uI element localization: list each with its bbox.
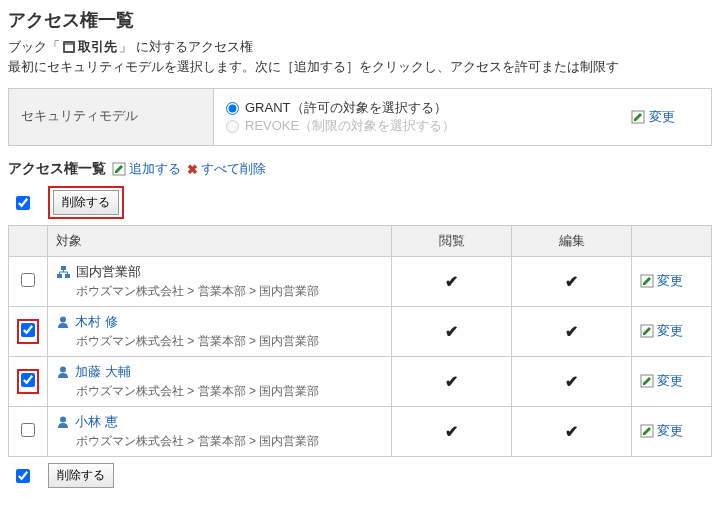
- security-model-panel: セキュリティモデル GRANT（許可の対象を選択する） REVOKE（制限の対象…: [8, 88, 712, 146]
- edit-icon: [640, 324, 654, 338]
- row-edit-cell: ✔: [512, 307, 632, 357]
- change-label: 変更: [657, 322, 683, 340]
- col-target: 対象: [48, 226, 392, 257]
- book-icon: [62, 40, 76, 54]
- check-icon: ✔: [445, 273, 458, 290]
- svg-rect-7: [65, 274, 70, 278]
- bulk-top-checkbox[interactable]: [16, 196, 30, 210]
- target-link[interactable]: 加藤 大輔: [56, 363, 383, 381]
- target-name: 国内営業部: [56, 263, 383, 281]
- user-icon: [56, 415, 70, 429]
- col-change: [632, 226, 712, 257]
- row-checkbox-cell: [9, 407, 48, 457]
- add-icon: [112, 162, 126, 176]
- row-view-cell: ✔: [392, 257, 512, 307]
- row-checkbox-highlight: [17, 319, 39, 344]
- permissions-table: 対象 閲覧 編集 国内営業部ボウズマン株式会社 > 営業本部 > 国内営業部✔✔…: [8, 225, 712, 457]
- row-change-cell: 変更: [632, 257, 712, 307]
- target-breadcrumb: ボウズマン株式会社 > 営業本部 > 国内営業部: [56, 433, 383, 450]
- list-heading: アクセス権一覧: [8, 160, 106, 178]
- row-change-link[interactable]: 変更: [640, 322, 683, 340]
- add-link[interactable]: 追加する: [112, 160, 181, 178]
- change-label: 変更: [649, 108, 675, 126]
- revoke-option[interactable]: REVOKE（制限の対象を選択する）: [226, 117, 619, 135]
- row-edit-cell: ✔: [512, 407, 632, 457]
- subhead-pre: ブック「: [8, 38, 60, 56]
- change-label: 変更: [657, 272, 683, 290]
- grant-option[interactable]: GRANT（許可の対象を選択する）: [226, 99, 619, 117]
- user-icon: [56, 315, 70, 329]
- row-checkbox[interactable]: [21, 323, 35, 337]
- bulk-delete-bottom-button[interactable]: 削除する: [48, 463, 114, 488]
- row-checkbox[interactable]: [21, 423, 35, 437]
- page-title: アクセス権一覧: [8, 8, 712, 32]
- bulk-delete-top-button[interactable]: 削除する: [53, 190, 119, 215]
- check-icon: ✔: [565, 323, 578, 340]
- edit-icon: [640, 424, 654, 438]
- grant-radio[interactable]: [226, 102, 239, 115]
- check-icon: ✔: [565, 423, 578, 440]
- row-change-link[interactable]: 変更: [640, 272, 683, 290]
- grant-label: GRANT（許可の対象を選択する）: [245, 99, 447, 117]
- check-icon: ✔: [565, 373, 578, 390]
- bulk-delete-highlight-top: 削除する: [48, 186, 124, 219]
- user-icon: [56, 365, 70, 379]
- change-label: 変更: [657, 372, 683, 390]
- svg-point-11: [60, 367, 66, 373]
- target-link[interactable]: 小林 恵: [56, 413, 383, 431]
- edit-icon: [640, 374, 654, 388]
- row-change-cell: 変更: [632, 407, 712, 457]
- row-change-cell: 変更: [632, 307, 712, 357]
- row-checkbox[interactable]: [21, 373, 35, 387]
- row-change-link[interactable]: 変更: [640, 372, 683, 390]
- list-heading-row: アクセス権一覧 追加する ✖ すべて削除: [8, 160, 712, 178]
- row-target-cell: 木村 修ボウズマン株式会社 > 営業本部 > 国内営業部: [48, 307, 392, 357]
- row-change-link[interactable]: 変更: [640, 422, 683, 440]
- row-view-cell: ✔: [392, 357, 512, 407]
- security-model-label: セキュリティモデル: [9, 89, 214, 145]
- target-link[interactable]: 木村 修: [56, 313, 383, 331]
- row-view-cell: ✔: [392, 407, 512, 457]
- delete-all-icon: ✖: [187, 162, 198, 177]
- row-checkbox[interactable]: [21, 273, 35, 287]
- edit-icon: [631, 110, 645, 124]
- svg-rect-5: [61, 266, 66, 270]
- row-checkbox-highlight: [17, 369, 39, 394]
- revoke-radio[interactable]: [226, 120, 239, 133]
- target-breadcrumb: ボウズマン株式会社 > 営業本部 > 国内営業部: [56, 333, 383, 350]
- svg-rect-6: [57, 274, 62, 278]
- table-row: 国内営業部ボウズマン株式会社 > 営業本部 > 国内営業部✔✔変更: [9, 257, 712, 307]
- target-name-text: 木村 修: [75, 313, 118, 331]
- bulk-top-row: 削除する: [8, 186, 712, 219]
- bulk-bottom-checkbox[interactable]: [16, 469, 30, 483]
- add-label: 追加する: [129, 160, 181, 178]
- col-edit: 編集: [512, 226, 632, 257]
- delete-all-link[interactable]: ✖ すべて削除: [187, 160, 266, 178]
- row-checkbox-cell: [9, 257, 48, 307]
- check-icon: ✔: [445, 423, 458, 440]
- target-name-text: 小林 恵: [75, 413, 118, 431]
- delete-all-label: すべて削除: [201, 160, 266, 178]
- subhead-post: 」 に対するアクセス権: [119, 38, 253, 56]
- table-row: 木村 修ボウズマン株式会社 > 営業本部 > 国内営業部✔✔変更: [9, 307, 712, 357]
- target-breadcrumb: ボウズマン株式会社 > 営業本部 > 国内営業部: [56, 383, 383, 400]
- revoke-label: REVOKE（制限の対象を選択する）: [245, 117, 455, 135]
- col-view: 閲覧: [392, 226, 512, 257]
- change-label: 変更: [657, 422, 683, 440]
- row-edit-cell: ✔: [512, 257, 632, 307]
- svg-point-9: [60, 317, 66, 323]
- description: 最初にセキュリティモデルを選択します。次に［追加する］をクリックし、アクセスを許…: [8, 58, 712, 76]
- check-icon: ✔: [565, 273, 578, 290]
- security-model-change-link[interactable]: 変更: [631, 89, 711, 145]
- row-target-cell: 加藤 大輔ボウズマン株式会社 > 営業本部 > 国内営業部: [48, 357, 392, 407]
- book-name: 取引先: [78, 38, 117, 56]
- row-checkbox-cell: [9, 357, 48, 407]
- check-icon: ✔: [445, 323, 458, 340]
- target-name-text: 加藤 大輔: [75, 363, 131, 381]
- target-name-text: 国内営業部: [76, 263, 141, 281]
- org-icon: [56, 265, 71, 280]
- row-target-cell: 国内営業部ボウズマン株式会社 > 営業本部 > 国内営業部: [48, 257, 392, 307]
- table-row: 小林 恵ボウズマン株式会社 > 営業本部 > 国内営業部✔✔変更: [9, 407, 712, 457]
- row-change-cell: 変更: [632, 357, 712, 407]
- row-edit-cell: ✔: [512, 357, 632, 407]
